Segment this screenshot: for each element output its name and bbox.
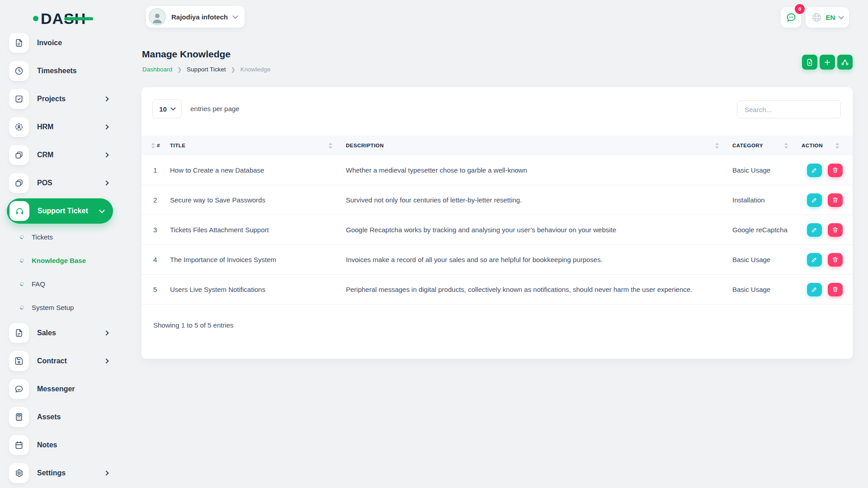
sidebar-item-support-ticket[interactable]: Support Ticket — [0, 197, 120, 225]
delete-button[interactable] — [828, 253, 843, 267]
checkbox-icon — [9, 89, 29, 109]
page-toolbar — [802, 55, 853, 70]
column-header-num[interactable]: # — [142, 143, 170, 149]
gear-icon — [9, 463, 29, 483]
edit-button[interactable] — [807, 223, 822, 237]
company-switcher[interactable]: Rajodiya infotech — [146, 6, 245, 28]
column-header-title[interactable]: TITLE — [170, 143, 346, 149]
avatar — [149, 8, 166, 25]
search-input[interactable] — [737, 100, 841, 118]
sidebar-item-crm[interactable]: CRM — [0, 141, 120, 169]
sidebar-item-contract[interactable]: Contract — [0, 347, 120, 375]
chevron-right-icon — [104, 124, 108, 129]
row-number: 4 — [142, 256, 170, 263]
page-size-select[interactable]: 10 — [152, 99, 182, 118]
table-header: # TITLE DESCRIPTION CATEGORY ACTION — [142, 136, 853, 155]
calendar-icon — [9, 435, 29, 455]
row-number: 3 — [142, 226, 170, 234]
delete-button[interactable] — [828, 283, 843, 296]
bullet-icon — [19, 305, 25, 310]
clock-icon — [9, 61, 29, 81]
sidebar-subitem-system-setup[interactable]: System Setup — [0, 296, 120, 319]
sidebar-item-timesheets[interactable]: Timesheets — [0, 57, 120, 85]
sort-icon — [151, 143, 155, 149]
sidebar-item-pos[interactable]: POS — [0, 169, 120, 197]
row-title: Secure way to Save Passwords — [170, 196, 346, 204]
chevron-right-icon — [104, 330, 108, 335]
sort-icon — [784, 143, 788, 149]
add-knowledge-button[interactable] — [820, 55, 835, 70]
edit-button[interactable] — [807, 193, 822, 207]
table-row: 4 The Importance of Invoices System Invo… — [142, 245, 853, 275]
row-category: Google reCaptcha — [732, 226, 802, 234]
sort-icon — [835, 143, 839, 149]
edit-button[interactable] — [807, 283, 822, 296]
export-button[interactable] — [802, 55, 817, 70]
categories-button[interactable] — [837, 55, 853, 70]
chevron-right-icon — [104, 358, 108, 363]
sidebar: Invoice Timesheets Projects HRM CRM POS — [0, 29, 120, 487]
plus-icon — [823, 58, 831, 66]
column-header-action[interactable]: ACTION — [802, 143, 853, 149]
row-title: Users Live System Notifications — [170, 286, 346, 293]
language-selector[interactable]: EN — [806, 7, 849, 28]
sidebar-item-projects[interactable]: Projects — [0, 85, 120, 113]
column-header-description[interactable]: DESCRIPTION — [346, 143, 732, 149]
chat-bubble-icon — [786, 12, 797, 23]
trash-icon — [832, 167, 839, 174]
edit-button[interactable] — [807, 253, 822, 267]
row-description: Whether a medieval typesetter chose to g… — [346, 166, 732, 174]
trash-icon — [832, 197, 839, 203]
sidebar-item-hrm[interactable]: HRM — [0, 113, 120, 141]
edit-button[interactable] — [807, 164, 822, 177]
sidebar-item-settings[interactable]: Settings — [0, 459, 120, 487]
sidebar-item-assets[interactable]: Assets — [0, 403, 120, 431]
row-title: Tickets Files Attachment Support — [170, 226, 346, 234]
sidebar-item-notes[interactable]: Notes — [0, 431, 120, 459]
sidebar-item-messenger[interactable]: Messenger — [0, 375, 120, 403]
row-number: 1 — [142, 166, 170, 174]
pencil-icon — [811, 167, 818, 174]
row-title: How to Create a new Database — [170, 166, 346, 174]
sidebar-subitem-faq[interactable]: FAQ — [0, 272, 120, 296]
trash-icon — [832, 286, 839, 293]
table-row: 5 Users Live System Notifications Periph… — [142, 275, 853, 305]
delete-button[interactable] — [828, 193, 843, 207]
bullet-icon — [19, 234, 25, 239]
logo-text: DASH — [41, 10, 86, 27]
sidebar-item-invoice[interactable]: Invoice — [0, 29, 120, 57]
breadcrumb-dashboard[interactable]: Dashboard — [142, 66, 172, 73]
knowledge-table-card: 10 entries per page # TITLE DESCRIPTION … — [142, 87, 853, 359]
delete-button[interactable] — [828, 223, 843, 237]
row-description: Survived not only four centuries of lett… — [346, 196, 732, 204]
logo-dot-icon — [33, 16, 38, 21]
chevron-right-icon — [104, 152, 108, 157]
overlap-squares-icon — [9, 145, 29, 165]
globe-icon — [811, 12, 822, 23]
chevron-right-icon: ❯ — [177, 66, 182, 73]
breadcrumb-support-ticket[interactable]: Support Ticket — [187, 66, 226, 73]
table-row: 3 Tickets Files Attachment Support Googl… — [142, 215, 853, 245]
page-title: Manage Knowledge — [142, 49, 231, 60]
row-title: The Importance of Invoices System — [170, 256, 346, 263]
delete-button[interactable] — [828, 164, 843, 177]
messages-button[interactable]: 0 — [781, 7, 801, 28]
table-row: 2 Secure way to Save Passwords Survived … — [142, 185, 853, 215]
table-footer-summary: Showing 1 to 5 of 5 entries — [153, 321, 234, 329]
language-code: EN — [826, 14, 835, 21]
column-header-category[interactable]: CATEGORY — [732, 143, 802, 149]
chevron-right-icon: ❯ — [231, 66, 235, 73]
calculator-icon — [9, 407, 29, 427]
row-description: Google Recaptcha works by tracking and a… — [346, 226, 732, 234]
chevron-right-icon — [104, 180, 108, 185]
chevron-right-icon — [104, 470, 108, 475]
bullet-icon — [19, 258, 25, 263]
sidebar-subitem-knowledge-base[interactable]: Knowledge Base — [0, 249, 120, 272]
trash-icon — [832, 256, 839, 263]
sidebar-subitem-tickets[interactable]: Tickets — [0, 225, 120, 249]
page-size-label: entries per page — [190, 105, 239, 113]
table-row: 1 How to Create a new Database Whether a… — [142, 155, 853, 185]
app-logo[interactable]: DASH — [33, 10, 86, 27]
overlap-squares-icon — [9, 173, 29, 193]
sidebar-item-sales[interactable]: Sales — [0, 319, 120, 347]
